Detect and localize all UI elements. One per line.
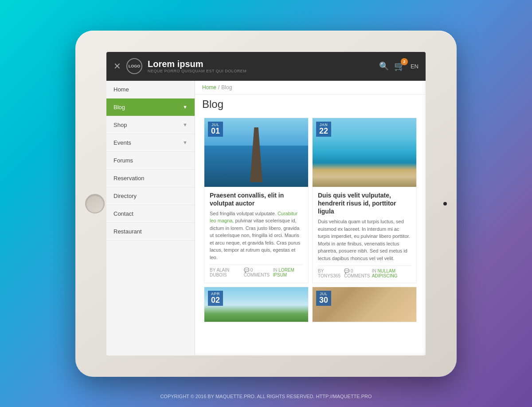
date-month-1: Jul [211, 122, 220, 127]
sidebar-item-label: Events [113, 139, 131, 146]
language-selector[interactable]: EN [411, 63, 419, 70]
blog-card-author-label-2: BY TONYS365 [318, 269, 340, 278]
cart-button[interactable]: 🛒 2 [394, 61, 405, 71]
date-badge-4: Jul 30 [316, 291, 331, 306]
sidebar-item-contact[interactable]: Contact [106, 205, 195, 223]
blog-card-comments-2[interactable]: 💬 0 COMMENTS [344, 269, 372, 278]
brand-subtitle: NEQUE PORRO QUISQUAM EST QUI DOLOREM [148, 69, 374, 73]
blog-card-body-2: Duis quis velit vulputate, hendrerit ris… [313, 187, 416, 283]
blog-card-2: Jan 22 Duis quis velit vulputate, hendre… [312, 118, 417, 284]
sidebar-item-label: Shop [113, 122, 127, 128]
search-icon[interactable]: 🔍 [379, 61, 389, 71]
date-day-3: 02 [211, 296, 220, 304]
blog-card-author-2: TONYS365 [318, 273, 340, 278]
date-day-4: 30 [319, 296, 329, 304]
blog-card-image-3: Apr 02 [204, 287, 308, 322]
date-day-1: 01 [211, 127, 220, 135]
chevron-down-icon: ▼ [183, 140, 188, 145]
main-content: Home / Blog Blog Jul 01 [195, 81, 426, 356]
sidebar-item-restaurant[interactable]: Restaurant [106, 223, 195, 241]
breadcrumb-separator: / [218, 84, 219, 91]
breadcrumb-current: Blog [221, 84, 232, 91]
sidebar-item-reservation[interactable]: Reservation [106, 170, 195, 187]
cart-badge: 2 [401, 58, 408, 65]
brand-title: Lorem ipsum [148, 59, 374, 69]
blog-card-author-label-1: BY ALAIN DUBOIS [210, 268, 240, 277]
navbar: ✕ LOGO Lorem ipsum NEQUE PORRO QUISQUAM … [106, 52, 426, 81]
blog-card-footer-2: BY TONYS365 💬 0 COMMENTS IN NULLAM ADIPI… [318, 265, 411, 278]
sidebar-item-label: Restaurant [113, 228, 142, 235]
sidebar-item-shop[interactable]: Shop ▼ [106, 116, 195, 134]
blog-card-footer-left-2: BY TONYS365 💬 0 COMMENTS [318, 269, 372, 278]
tablet-device: ✕ LOGO Lorem ipsum NEQUE PORRO QUISQUAM … [75, 31, 457, 377]
sidebar-item-label: Forums [113, 157, 133, 164]
blog-card-image-2: Jan 22 [313, 118, 416, 187]
blog-card-category-2: IN NULLAM ADIPISCING [372, 269, 411, 278]
sidebar-item-directory[interactable]: Directory [106, 187, 195, 205]
blog-card-footer-1: BY ALAIN DUBOIS 💬 0 COMMENTS IN LOREM IP… [210, 265, 303, 277]
sidebar-item-blog[interactable]: Blog ▼ [106, 99, 195, 116]
blog-card-image-4: Jul 30 [313, 287, 416, 322]
blog-card-1: Jul 01 Praesent convallis, elit in volut… [204, 118, 309, 284]
breadcrumb-home[interactable]: Home [202, 84, 216, 91]
sidebar-item-label: Directory [113, 193, 137, 199]
date-badge-3: Apr 02 [208, 291, 223, 306]
blog-card-4: Jul 30 [312, 287, 417, 322]
nav-icons: 🔍 🛒 2 EN [379, 61, 419, 71]
sidebar-item-forums[interactable]: Forums [106, 152, 195, 170]
logo: LOGO [126, 58, 142, 74]
sidebar: Home Blog ▼ Shop ▼ Events ▼ [106, 81, 195, 356]
footer-text: COPYRIGHT © 2016 BY MAQUETTE.PRO. ALL RI… [160, 394, 372, 399]
home-button[interactable] [85, 194, 105, 213]
date-badge-1: Jul 01 [208, 122, 223, 137]
screen: ✕ LOGO Lorem ipsum NEQUE PORRO QUISQUAM … [106, 52, 426, 356]
brand: Lorem ipsum NEQUE PORRO QUISQUAM EST QUI… [148, 59, 374, 73]
blog-card-image-1: Jul 01 [204, 118, 308, 187]
sidebar-item-home[interactable]: Home [106, 81, 195, 99]
breadcrumb: Home / Blog [195, 81, 426, 95]
body-layout: Home Blog ▼ Shop ▼ Events ▼ [106, 81, 426, 356]
blog-card-comments-1[interactable]: 💬 0 COMMENTS [244, 268, 273, 277]
chevron-down-icon: ▼ [183, 122, 188, 127]
blog-card-category-1: IN LOREM IPSUM [273, 268, 303, 277]
date-day-2: 22 [319, 127, 329, 135]
date-badge-2: Jan 22 [316, 122, 331, 137]
camera [443, 202, 447, 205]
close-icon[interactable]: ✕ [113, 61, 121, 71]
sidebar-item-label: Reservation [113, 175, 144, 182]
sidebar-item-label: Contact [113, 210, 133, 217]
blog-card-cat-link-1[interactable]: LOREM IPSUM [273, 268, 294, 277]
blog-card-title-1: Praesent convallis, elit in volutpat auc… [210, 191, 303, 207]
sidebar-item-label: Blog [113, 104, 125, 111]
blog-grid: Jul 01 Praesent convallis, elit in volut… [195, 116, 426, 332]
blog-card-author-1: ALAIN DUBOIS [210, 268, 229, 277]
chevron-down-icon: ▼ [183, 104, 188, 110]
blog-card-cat-link-2[interactable]: NULLAM ADIPISCING [372, 269, 398, 278]
blog-card-body-1: Praesent convallis, elit in volutpat auc… [204, 187, 308, 282]
date-month-2: Jan [319, 122, 329, 127]
page-title: Blog [195, 95, 426, 116]
blog-card-3: Apr 02 [204, 287, 309, 322]
sidebar-item-label: Home [113, 86, 129, 93]
blog-card-text-1: Sed fringilla volutpat vulputate. Curabi… [210, 210, 303, 261]
sidebar-item-events[interactable]: Events ▼ [106, 134, 195, 152]
blog-card-title-2: Duis quis velit vulputate, hendrerit ris… [318, 191, 411, 216]
tablet-frame: ✕ LOGO Lorem ipsum NEQUE PORRO QUISQUAM … [75, 31, 457, 377]
blog-card-footer-left-1: BY ALAIN DUBOIS 💬 0 COMMENTS [210, 268, 273, 277]
blog-card-text-2: Duis vehicula quam ut turpis luctus, sed… [318, 218, 411, 262]
